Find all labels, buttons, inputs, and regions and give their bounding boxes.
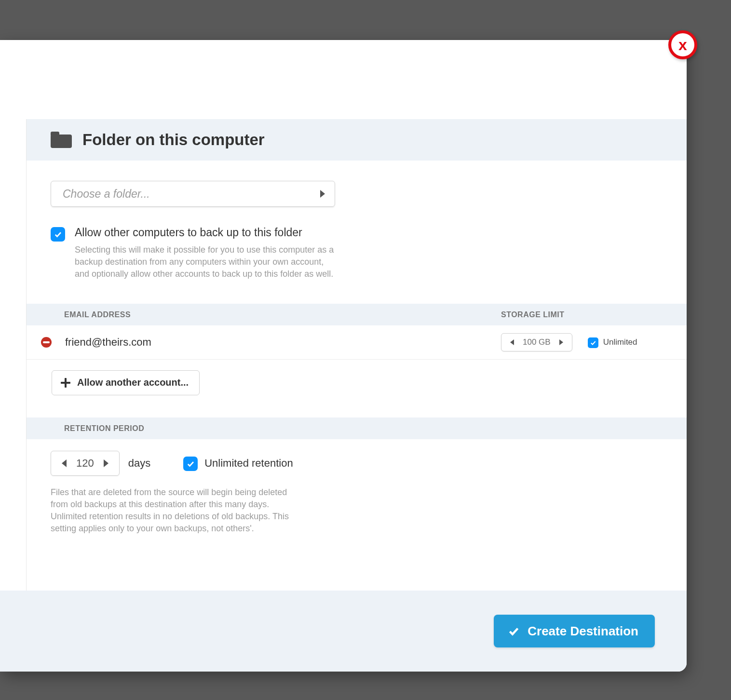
storage-stepper: 100 GB [501,333,572,351]
email-header: EMAIL ADDRESS [64,310,501,319]
accounts-table-header: EMAIL ADDRESS STORAGE LIMIT [27,304,687,325]
check-icon [507,625,520,637]
folder-form-region: Choose a folder... Allow other computers… [27,161,687,304]
content-area: Folder on this computer Choose a folder.… [26,119,687,672]
retention-value: 120 [76,457,94,470]
retention-description: Files that are deleted from the source w… [51,486,301,535]
storage-cell: 100 GB Unlimited [501,333,663,351]
folder-icon [51,132,72,148]
account-email: friend@theirs.com [65,336,501,349]
allow-other-labels: Allow other computers to back up to this… [75,226,335,281]
triangle-right-icon [104,459,108,467]
add-account-region: Allow another account... [27,360,687,417]
create-destination-button[interactable]: Create Destination [494,615,655,647]
retention-unlimited-checkbox[interactable] [183,457,198,471]
allow-other-description: Selecting this will make it possible for… [75,244,335,281]
retention-unit: days [128,457,150,470]
folder-picker[interactable]: Choose a folder... [51,181,335,207]
storage-increment-button[interactable] [557,337,565,348]
allow-other-label: Allow other computers to back up to this… [75,226,335,239]
table-row: friend@theirs.com 100 GB Unlimited [27,325,687,360]
allow-other-row: Allow other computers to back up to this… [51,226,663,281]
storage-decrement-button[interactable] [508,337,516,348]
close-icon: x [678,37,687,53]
retention-stepper: 120 [51,451,120,476]
storage-unlimited-label: Unlimited [603,337,637,347]
retention-increment-button[interactable] [102,456,110,471]
triangle-left-icon [62,459,67,467]
retention-header: RETENTION PERIOD [64,424,144,433]
add-account-label: Allow another account... [77,377,189,388]
add-account-button[interactable]: Allow another account... [52,370,200,395]
modal-dialog: x Folder on this computer Choose a folde… [0,40,687,672]
chevron-right-icon [320,190,325,198]
storage-value: 100 GB [523,337,551,347]
close-button[interactable]: x [668,30,697,59]
triangle-left-icon [510,339,514,345]
retention-unlimited-wrap: Unlimited retention [183,456,293,471]
storage-unlimited-wrap: Unlimited [588,337,637,348]
retention-header-row: RETENTION PERIOD [27,417,687,439]
retention-row: 120 days Unlimited retention [51,451,663,476]
retention-unlimited-label: Unlimited retention [204,457,293,470]
allow-other-checkbox[interactable] [51,227,65,242]
section-header: Folder on this computer [27,119,687,161]
retention-body: 120 days Unlimited retention Files that … [27,439,687,547]
folder-picker-placeholder: Choose a folder... [63,188,150,201]
dialog-footer: Create Destination [0,591,687,672]
storage-header: STORAGE LIMIT [501,310,663,319]
section-title: Folder on this computer [82,131,265,149]
storage-unlimited-checkbox[interactable] [588,337,598,348]
create-destination-label: Create Destination [528,624,638,639]
retention-decrement-button[interactable] [60,456,68,471]
plus-icon [61,378,70,388]
remove-account-button[interactable] [41,337,52,348]
triangle-right-icon [559,339,563,345]
